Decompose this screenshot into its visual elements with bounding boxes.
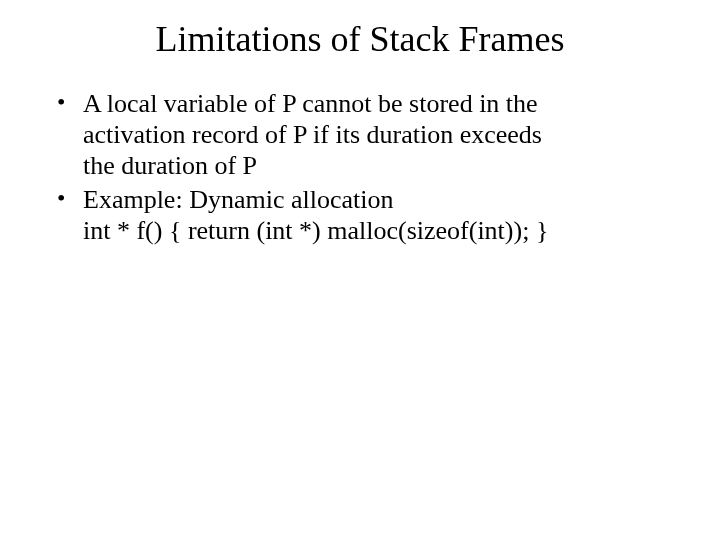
bullet-line: the duration of P	[83, 150, 675, 181]
bullet-line: activation record of P if its duration e…	[83, 119, 675, 150]
bullet-list: A local variable of P cannot be stored i…	[45, 88, 675, 246]
bullet-item: Example: Dynamic allocation int * f() { …	[53, 184, 675, 246]
bullet-item: A local variable of P cannot be stored i…	[53, 88, 675, 182]
bullet-line: int * f() { return (int *) malloc(sizeof…	[83, 215, 675, 246]
slide-title: Limitations of Stack Frames	[85, 18, 635, 60]
bullet-line: Example: Dynamic allocation	[83, 184, 675, 215]
bullet-line: A local variable of P cannot be stored i…	[83, 88, 675, 119]
